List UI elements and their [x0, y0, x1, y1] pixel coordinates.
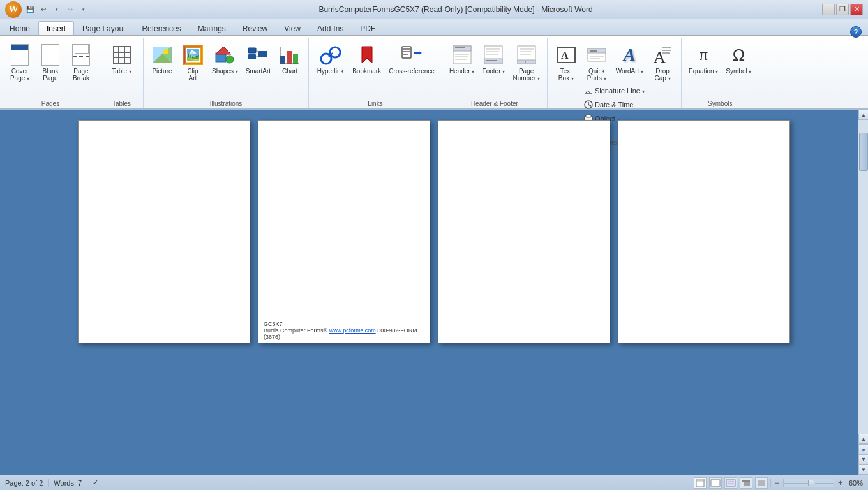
text-small-buttons: Signature Line ▾ Date & Time Object — [578, 84, 651, 125]
picture-button[interactable]: Picture — [147, 41, 177, 84]
table-button[interactable]: Table ▾ — [104, 41, 139, 84]
scroll-up-button[interactable]: ▲ — [858, 110, 868, 120]
page-1-content — [79, 121, 250, 343]
cross-reference-button[interactable]: Cross-reference — [385, 41, 438, 84]
svg-text:1: 1 — [525, 60, 527, 64]
svg-rect-61 — [711, 480, 720, 486]
tab-insert[interactable]: Insert — [38, 21, 74, 35]
clip-art-label: ClipArt — [187, 68, 198, 82]
bookmark-button[interactable]: Bookmark — [349, 41, 384, 84]
close-button[interactable]: ✕ — [850, 4, 863, 15]
word-page-1[interactable] — [78, 120, 250, 343]
wordart-label: WordArt ▾ — [616, 68, 643, 75]
tab-references[interactable]: References — [133, 21, 189, 35]
wordart-button[interactable]: A WordArt ▾ — [613, 41, 647, 84]
svg-rect-47 — [590, 56, 604, 57]
tab-home[interactable]: Home — [1, 21, 38, 35]
zoom-track-left — [784, 483, 809, 484]
picture-label: Picture — [152, 68, 172, 75]
tab-mailings[interactable]: Mailings — [190, 21, 234, 35]
restore-button[interactable]: ❐ — [836, 4, 849, 15]
scroll-prev-page-button[interactable]: ▲ — [858, 434, 868, 444]
scroll-select-browse-button[interactable]: ● — [858, 444, 868, 454]
tab-review[interactable]: Review — [234, 21, 276, 35]
scroll-next-page-button[interactable]: ▼ — [858, 454, 868, 464]
scroll-down-button[interactable]: ▼ — [858, 464, 868, 475]
svg-text:A: A — [561, 50, 569, 61]
tab-add-ins[interactable]: Add-Ins — [309, 21, 352, 35]
footer-link[interactable]: www.pcforms.com — [329, 327, 376, 334]
text-box-visual: A — [556, 45, 576, 65]
print-layout-icon — [695, 479, 705, 487]
minimize-button[interactable]: ─ — [822, 4, 835, 15]
full-screen-icon — [710, 479, 721, 487]
clip-art-button[interactable]: 🖼️ ClipArt — [178, 41, 207, 84]
page-break-button[interactable]: PageBreak — [66, 41, 96, 84]
blank-page-button[interactable]: BlankPage — [36, 41, 65, 84]
ribbon-group-tables: Table ▾ Tables — [100, 38, 144, 108]
signature-line-button[interactable]: Signature Line ▾ — [580, 84, 648, 97]
header-button[interactable]: Header ▾ — [446, 41, 478, 84]
svg-rect-19 — [403, 48, 410, 50]
svg-rect-37 — [518, 60, 535, 64]
svg-rect-35 — [486, 54, 498, 55]
text-box-button[interactable]: A TextBox ▾ — [551, 41, 581, 84]
office-logo[interactable]: W — [5, 1, 22, 18]
svg-rect-9 — [280, 56, 285, 64]
hyperlink-button[interactable]: Hyperlink — [313, 41, 348, 84]
table-visual — [113, 46, 131, 64]
hyperlink-visual — [320, 45, 341, 65]
tab-pdf[interactable]: PDF — [352, 21, 384, 35]
status-right: − + 60% — [694, 477, 863, 489]
quick-parts-button[interactable]: QuickParts ▾ — [582, 41, 611, 84]
word-page-2[interactable]: GC5X7 Burris Computer Forms® www.pcforms… — [258, 120, 430, 343]
tab-view[interactable]: View — [276, 21, 309, 35]
smartart-button[interactable]: SmartArt — [243, 41, 274, 84]
proofing-icon[interactable]: ✓ — [93, 479, 98, 487]
redo-button[interactable]: ↪ — [64, 4, 76, 15]
svg-line-56 — [588, 105, 591, 106]
zoom-in-button[interactable]: + — [837, 479, 844, 487]
web-layout-view-button[interactable] — [724, 477, 737, 489]
draft-view-button[interactable] — [755, 477, 768, 489]
scroll-thumb[interactable] — [859, 133, 868, 171]
word-page-4[interactable] — [618, 120, 790, 343]
footer-button[interactable]: Footer ▾ — [479, 41, 508, 84]
cross-reference-icon — [400, 43, 423, 66]
outline-view-button[interactable] — [740, 477, 752, 489]
zoom-slider[interactable] — [783, 479, 834, 487]
word-page-3[interactable] — [438, 120, 610, 343]
undo-dropdown[interactable]: ▾ — [51, 4, 63, 15]
undo-button[interactable]: ↩ — [38, 4, 49, 15]
drop-cap-button[interactable]: A DropCap ▾ — [648, 41, 677, 84]
header-footer-buttons: Header ▾ Footer ▾ — [445, 40, 544, 99]
shapes-button[interactable]: Shapes ▾ — [209, 41, 241, 84]
tables-buttons: Table ▾ — [103, 40, 140, 99]
zoom-thumb[interactable] — [808, 480, 814, 486]
chart-button[interactable]: Chart — [275, 41, 304, 84]
print-layout-view-button[interactable] — [694, 477, 707, 489]
svg-rect-27 — [455, 54, 469, 55]
ribbon-group-text: A TextBox ▾ Qui — [548, 38, 682, 108]
date-time-button[interactable]: Date & Time — [580, 98, 648, 111]
ribbon-group-header-footer: Header ▾ Footer ▾ — [442, 38, 548, 108]
shapes-icon — [213, 43, 236, 66]
footer-icon — [482, 43, 505, 66]
save-button[interactable]: 💾 — [24, 4, 36, 15]
symbol-button[interactable]: Ω Symbol ▾ — [722, 41, 754, 84]
cover-page-button[interactable]: CoverPage ▾ — [5, 41, 34, 84]
customize-quick-access[interactable]: ▾ — [78, 4, 89, 15]
zoom-out-button[interactable]: − — [774, 479, 781, 487]
scroll-track[interactable] — [858, 120, 868, 434]
shapes-label: Shapes ▾ — [212, 68, 238, 75]
svg-rect-60 — [696, 479, 704, 481]
equation-button[interactable]: π Equation ▾ — [685, 41, 721, 84]
full-screen-view-button[interactable] — [709, 477, 722, 489]
page-number-button[interactable]: 1 PageNumber ▾ — [509, 41, 542, 84]
tab-page-layout[interactable]: Page Layout — [74, 21, 133, 35]
main-content-area: GC5X7 Burris Computer Forms® www.pcforms… — [0, 110, 868, 475]
table-cell — [114, 47, 119, 52]
cover-page-icon — [8, 43, 31, 66]
help-button[interactable]: ? — [850, 26, 862, 38]
zoom-track-right — [815, 483, 834, 484]
